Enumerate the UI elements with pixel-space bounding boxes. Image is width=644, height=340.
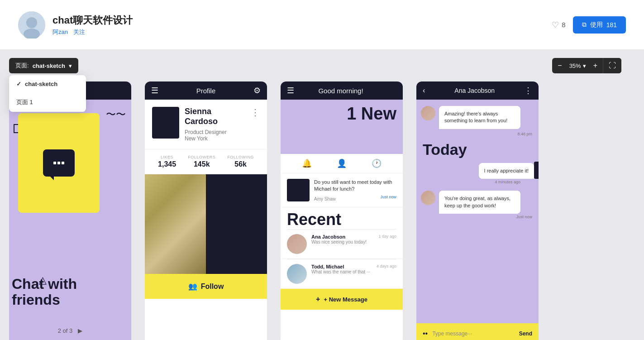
- settings-icon: ⚙: [253, 86, 261, 96]
- frame-profile: ☰ Profile ⚙ Sienna Cardoso Product Desig…: [145, 81, 267, 340]
- new-message-label: + New Message: [324, 296, 367, 303]
- page-number: 2 of 3: [58, 327, 73, 334]
- zoom-chevron-icon: ▾: [583, 62, 586, 69]
- food-image-1: [145, 174, 206, 274]
- page-name-label: chat-sketch: [33, 62, 65, 69]
- clock-icon: 🕐: [372, 158, 382, 168]
- follow-link[interactable]: 关注: [73, 29, 85, 35]
- zoom-in-button[interactable]: +: [588, 58, 603, 73]
- heart-icon: ♡: [552, 20, 559, 30]
- use-label: 使用: [590, 21, 603, 29]
- frame4-contact-name: Ana Jacobson: [454, 87, 495, 94]
- frame-good-morning: ☰ Good morning! 1 New 🔔 👤 🕐: [281, 81, 403, 340]
- profile-name: Sienna Cardoso: [185, 107, 245, 126]
- chevron-down-icon: ▾: [69, 62, 72, 69]
- page-dropdown-menu: ✓ chat-sketch 页面 1: [9, 75, 86, 112]
- canvas-area: 页面: chat-sketch ▾ ✓ chat-sketch 页面 1 − 3…: [0, 50, 644, 340]
- dropdown-item-label-2: 页面 1: [16, 98, 33, 106]
- recent-section-label: Recent: [281, 207, 403, 229]
- frame1-tagline: Chat with friends: [9, 276, 131, 308]
- frame3-topbar: ☰ Good morning!: [281, 81, 403, 100]
- frame2-topbar: ☰ Profile ⚙: [145, 81, 267, 100]
- today-label: Today: [416, 140, 539, 159]
- followers-label: FOLLOWERS: [188, 155, 215, 159]
- zoom-controls: − 35% ▾ + ⛶: [552, 58, 621, 73]
- message-input[interactable]: Type message···: [432, 330, 519, 337]
- zoom-percentage: 35%: [569, 62, 581, 69]
- followers-stat: FOLLOWERS 145k: [188, 155, 215, 168]
- page-selector[interactable]: 页面: chat-sketch ▾ ✓ chat-sketch 页面 1: [9, 58, 78, 73]
- frame1-pagination: 2 of 3 ▶: [9, 327, 131, 334]
- author-link[interactable]: 阿zan: [52, 29, 68, 35]
- hamburger-icon: ☰: [151, 86, 158, 96]
- profile-card: Sienna Cardoso Product Designer New York…: [145, 100, 267, 149]
- profile-location: New York: [185, 135, 245, 142]
- frame3-hamburger-icon: ☰: [287, 86, 294, 96]
- attachment-icon: ••: [423, 330, 428, 338]
- frame4-more-icon: ⋮: [524, 86, 532, 96]
- follow-icon: 👥: [188, 282, 197, 291]
- message-sender-2: Todd, Michael: [311, 264, 372, 269]
- copy-icon: ⧉: [582, 21, 587, 29]
- message-avatar-1: [287, 234, 307, 254]
- following-value: 56k: [227, 160, 254, 168]
- frames-row: 〜〜 △ Chat with friends: [9, 81, 539, 340]
- chat-timestamp-2: 4 minutes ago: [416, 179, 539, 188]
- chat-avatar-3: [421, 191, 435, 205]
- like-number: 8: [562, 21, 565, 29]
- header-actions: ♡ 8 ⧉ 使用 181: [552, 16, 626, 34]
- chat-bubble-1: Amazing! there's always something to lea…: [439, 106, 520, 129]
- stats-row: LIKES 1,345 FOLLOWERS 145k FOLLOWING 56k: [145, 149, 267, 174]
- chat-avatar-1: [421, 106, 435, 120]
- morning-hero: 1 New: [281, 100, 403, 154]
- message-preview-1: Was nice seeing you today!: [311, 239, 374, 244]
- app-title: chat聊天软件设计: [52, 14, 133, 27]
- fit-screen-button[interactable]: ⛶: [603, 58, 621, 73]
- zoom-out-button[interactable]: −: [552, 58, 567, 73]
- header: chat聊天软件设计 阿zan 关注 ♡ 8 ⧉ 使用 181: [0, 0, 644, 50]
- next-arrow-icon: ▶: [78, 327, 82, 334]
- notification-time: Just now: [380, 195, 396, 201]
- message-preview-2: What was the name of that ···: [311, 269, 372, 274]
- person-icon: 👤: [337, 158, 347, 168]
- notification-card: Do you still want to meet today with Mic…: [281, 173, 403, 207]
- zoom-value-display: 35% ▾: [568, 59, 588, 73]
- frame4-back-icon: ‹: [423, 86, 425, 95]
- send-button[interactable]: Send: [519, 330, 532, 337]
- more-options-button[interactable]: ⋮: [251, 107, 260, 118]
- following-label: FOLLOWING: [227, 155, 254, 159]
- page-selector-button[interactable]: 页面: chat-sketch ▾: [9, 58, 78, 73]
- likes-value: 1,345: [158, 160, 176, 168]
- use-button[interactable]: ⧉ 使用 181: [573, 16, 626, 34]
- plus-icon: +: [316, 295, 320, 303]
- food-image-2: [206, 174, 267, 274]
- followers-value: 145k: [188, 160, 215, 168]
- message-item-2[interactable]: Todd, Michael What was the name of that …: [281, 259, 403, 289]
- page-prefix-label: 页面:: [15, 62, 29, 70]
- new-notifications-label: 1 New: [347, 104, 396, 124]
- chat-message-1: Amazing! there's always something to lea…: [416, 100, 539, 131]
- chat-bubble-3: You're doing great, as always, keep up t…: [439, 191, 520, 214]
- chat-message-2: I really appreciate it!: [416, 159, 539, 179]
- message-time-2: 4 days ago: [377, 264, 396, 284]
- dropdown-item-chat-sketch[interactable]: ✓ chat-sketch: [9, 75, 86, 93]
- likes-stat: LIKES 1,345: [158, 155, 176, 168]
- chat-message-3: You're doing great, as always, keep up t…: [416, 188, 539, 214]
- follow-btn-text: Follow: [201, 283, 224, 291]
- chat-timestamp-3: Just now: [416, 214, 539, 221]
- yellow-message-block: [18, 113, 100, 213]
- profile-role: Product Designer: [185, 129, 245, 135]
- check-icon: ✓: [16, 81, 21, 87]
- wavy-icon: 〜〜: [106, 108, 126, 121]
- follow-button[interactable]: 👥 Follow: [145, 274, 267, 299]
- message-sender-1: Ana Jacobson: [311, 234, 374, 239]
- frame-chat-conversation: ‹ Ana Jacobson ⋮ Amazing! there's always…: [416, 81, 539, 340]
- like-count-display: ♡ 8: [552, 20, 565, 30]
- message-item-1[interactable]: Ana Jacobson Was nice seeing you today! …: [281, 230, 403, 259]
- dropdown-item-page1[interactable]: 页面 1: [9, 93, 86, 112]
- following-stat: FOLLOWING 56k: [227, 155, 254, 168]
- chat-timestamp-1: 8:46 pm: [416, 131, 539, 140]
- new-message-button[interactable]: + + New Message: [281, 289, 403, 310]
- frame3-topbar-title: Good morning!: [318, 87, 363, 95]
- app-avatar: [18, 11, 45, 38]
